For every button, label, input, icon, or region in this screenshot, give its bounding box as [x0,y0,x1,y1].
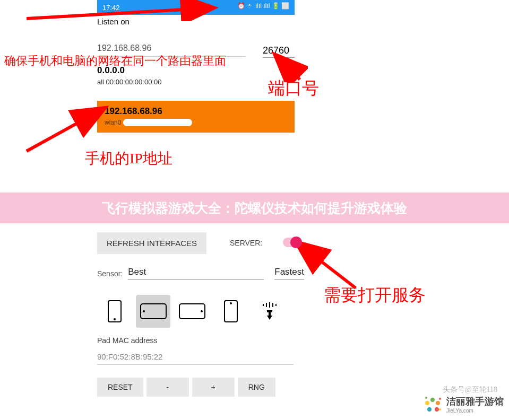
wlan-label: wlan0 [105,119,121,126]
listen-label: Listen on [97,17,130,26]
auto-rotate-icon [260,302,279,321]
orientation-auto[interactable] [252,295,287,328]
svg-point-29 [425,397,427,399]
mac-button-row: RESET - + RNG [97,378,275,397]
svg-line-7 [297,243,356,288]
sensor-dropdown[interactable]: Best [128,267,264,280]
pad-mac-input[interactable]: 90:F0:52:8B:95:22 [97,352,294,365]
phone-portrait-flip-icon [223,300,238,323]
annotation-server: 需要打开服务 [324,284,426,307]
site-watermark: 洁丽雅手游馆 JieLYa.com [422,393,504,415]
plus-button[interactable]: + [192,378,235,397]
status-icons: ⏰ ᯤ ılıl ılıl 🔋 ⬜ [237,2,289,10]
port-input[interactable]: 26760 [263,45,295,58]
status-time: 17:42 [102,4,120,12]
selected-interface: wlan0 [105,119,287,126]
phone-status-bar: 17:42 ⏰ ᯤ ılıl ılıl 🔋 ⬜ [97,0,295,15]
svg-line-5 [27,109,103,151]
svg-point-25 [436,401,440,405]
sensor-label: Sensor: [97,269,123,280]
svg-rect-21 [267,310,272,312]
svg-point-31 [439,408,441,410]
svg-point-24 [430,398,435,402]
orientation-row [97,295,287,328]
reset-button[interactable]: RESET [97,378,143,397]
watermark-url: JieLYa.com [446,408,504,414]
svg-point-11 [143,310,145,312]
orientation-portrait[interactable] [97,295,132,328]
server-toggle[interactable] [283,238,301,247]
svg-rect-23 [269,312,271,317]
svg-point-15 [230,302,232,304]
orientation-landscape-left[interactable] [136,295,170,328]
svg-line-3 [276,56,300,80]
sensor-fastest[interactable]: Fastest [274,267,304,280]
phone-portrait-icon [107,300,122,323]
mac-all: all 00:00:00:00:00:00 [97,78,246,86]
annotation-ip: 手机的IP地址 [85,148,172,169]
selected-ip-row[interactable]: 192.168.68.96 wlan0 [97,101,295,133]
sensor-row: Sensor: Best Fastest [97,267,304,280]
mac-mask [123,119,192,126]
rng-button[interactable]: RNG [238,378,275,397]
refresh-interfaces-button[interactable]: REFRESH INTERFACES [97,232,206,254]
svg-point-26 [435,407,439,412]
annotation-port: 端口号 [268,77,319,100]
phone-landscape-icon [140,303,167,320]
watermark-logo-icon [422,393,443,415]
banner-title: 飞行模拟器游戏大全：陀螺仪技术如何提升游戏体验 [102,199,407,217]
minus-button[interactable]: - [146,378,189,397]
watermark-name: 洁丽雅手游馆 [446,395,504,408]
orientation-portrait-flip[interactable] [213,295,248,328]
svg-point-9 [114,318,116,320]
orientation-landscape-right[interactable] [175,295,209,328]
svg-point-28 [425,401,429,405]
selected-ip: 192.168.68.96 [105,106,287,117]
svg-point-27 [427,407,432,412]
phone-landscape-right-icon [178,303,206,320]
pad-mac-label: Pad MAC address [97,336,158,345]
server-label: SERVER: [230,239,262,247]
svg-point-30 [439,398,441,400]
svg-point-13 [201,310,203,312]
annotation-network: 确保手机和电脑的网络在同一个路由器里面 [4,53,226,69]
article-banner: 飞行模拟器游戏大全：陀螺仪技术如何提升游戏体验 [0,192,509,223]
